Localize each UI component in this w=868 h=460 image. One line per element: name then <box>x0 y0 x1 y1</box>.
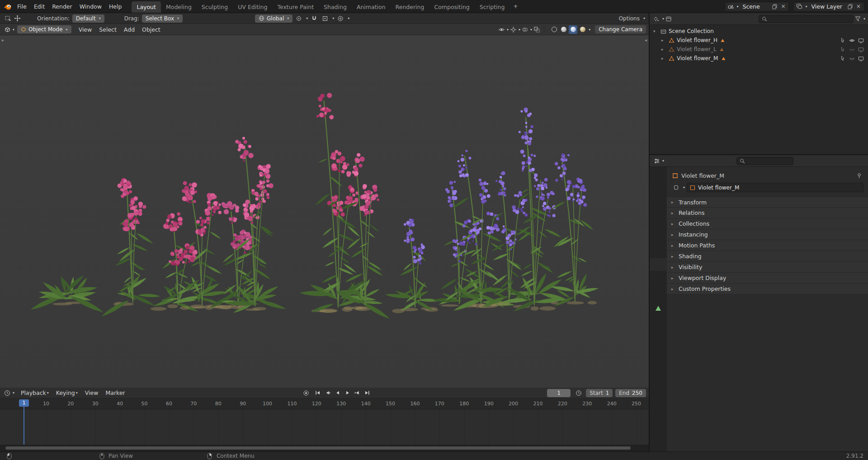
section-viewport-display[interactable]: Viewport Display <box>667 273 868 284</box>
snap-dropdown[interactable]: ▾ <box>332 16 334 20</box>
menu-help[interactable]: Help <box>105 0 126 13</box>
outliner-search-input[interactable] <box>769 16 850 22</box>
xray-toggle-icon[interactable] <box>532 25 541 34</box>
properties-tab-render[interactable] <box>650 195 667 208</box>
selectable-toggle-icon[interactable] <box>839 37 846 44</box>
menu-object[interactable]: Object <box>138 24 164 35</box>
view-layer-icon[interactable] <box>796 3 803 10</box>
orientation-dropdown[interactable]: Default▾ <box>72 14 104 23</box>
timeline-menu-keying[interactable]: Keying▾ <box>52 388 81 398</box>
remove-view-layer-button[interactable]: × <box>855 3 862 10</box>
properties-editor-dropdown[interactable]: ▾ <box>662 159 664 163</box>
add-workspace-button[interactable]: + <box>509 1 521 12</box>
properties-search-input[interactable] <box>747 158 790 164</box>
toolbar-expand-icon[interactable]: ▸ <box>2 38 4 43</box>
proportional-dropdown[interactable]: ▾ <box>348 16 349 20</box>
editor-type-dropdown[interactable]: ▾ <box>13 28 14 32</box>
object-name-label[interactable]: Violet flower_H <box>677 37 717 43</box>
object-name-label[interactable]: Violet flower_L <box>677 46 717 52</box>
workspace-tab-sculpting[interactable]: Sculpting <box>197 1 233 13</box>
shading-rendered-button[interactable] <box>578 25 587 34</box>
properties-editor-type-icon[interactable] <box>652 156 661 166</box>
previous-keyframe-button[interactable] <box>323 389 332 398</box>
start-frame-field[interactable]: Start1 <box>586 389 613 397</box>
timeline-editor-type-icon[interactable] <box>3 389 12 398</box>
outliner-row-violet-flower-h[interactable]: Violet flower_H <box>650 36 868 45</box>
mode-dropdown[interactable]: Object Mode▾ <box>17 25 71 33</box>
shading-dropdown[interactable]: ▾ <box>589 28 590 32</box>
selectable-toggle-icon[interactable] <box>839 55 846 62</box>
workspace-tab-scripting[interactable]: Scripting <box>475 1 510 13</box>
expand-icon[interactable] <box>661 56 666 61</box>
scene-name-field[interactable]: Scene <box>740 3 769 10</box>
timeline-scrollbar-thumb[interactable] <box>5 446 631 450</box>
outliner-row-violet-flower-l[interactable]: Violet flower_L <box>650 45 868 54</box>
proportional-editing-icon[interactable] <box>336 14 345 23</box>
section-motion-paths[interactable]: Motion Paths <box>667 240 868 251</box>
properties-tab-world[interactable] <box>650 246 667 258</box>
change-camera-button[interactable]: Change Camera <box>595 25 646 33</box>
menu-file[interactable]: File <box>14 0 30 13</box>
shading-solid-button[interactable] <box>559 25 568 34</box>
scene-icon[interactable] <box>727 3 734 10</box>
properties-tab-output[interactable] <box>650 208 667 220</box>
menu-view[interactable]: View <box>75 24 96 35</box>
expand-icon[interactable] <box>661 38 666 43</box>
snap-target-icon[interactable] <box>321 14 330 23</box>
timeline-menu-playback[interactable]: Playback▾ <box>17 388 52 398</box>
expand-icon[interactable] <box>661 47 666 52</box>
properties-tab-tool[interactable] <box>650 182 667 195</box>
menu-select[interactable]: Select <box>95 24 120 35</box>
outliner-editor-type-icon[interactable] <box>652 14 661 24</box>
properties-tab-object[interactable] <box>650 258 667 271</box>
view-layer-name-field[interactable]: View Layer <box>809 3 845 10</box>
filter-icon[interactable] <box>854 14 863 24</box>
timeline-scrollbar[interactable] <box>0 445 649 451</box>
workspace-tab-shading[interactable]: Shading <box>319 1 352 13</box>
filter-dropdown[interactable]: ▾ <box>863 17 865 21</box>
transform-orientation-dropdown[interactable]: Global▾ <box>255 14 292 23</box>
jump-to-start-button[interactable] <box>313 389 322 398</box>
section-custom-properties[interactable]: Custom Properties <box>667 284 868 294</box>
shading-wireframe-button[interactable] <box>550 25 558 34</box>
scene-browse-dropdown[interactable]: ▾ <box>736 5 738 9</box>
section-collections[interactable]: Collections <box>667 218 868 229</box>
play-button[interactable] <box>343 389 352 398</box>
eye-closed-icon[interactable] <box>848 55 855 62</box>
workspace-tab-modeling[interactable]: Modeling <box>161 1 197 13</box>
section-relations[interactable]: Relations <box>667 208 868 218</box>
new-scene-button[interactable] <box>771 3 778 10</box>
gizmos-icon[interactable] <box>509 25 518 34</box>
timeline-ruler[interactable]: 1020304050607080901001101201301401501601… <box>0 398 649 409</box>
eye-closed-icon[interactable] <box>848 46 855 53</box>
workspace-tab-texture-paint[interactable]: Texture Paint <box>272 1 319 13</box>
section-instancing[interactable]: Instancing <box>667 229 868 240</box>
options-dropdown[interactable]: Options▾ <box>619 15 645 22</box>
menu-window[interactable]: Window <box>76 0 105 13</box>
menu-edit[interactable]: Edit <box>30 0 48 13</box>
object-name-field[interactable]: Violet flower_M <box>687 183 863 192</box>
properties-tab-scene[interactable] <box>650 233 667 246</box>
properties-tab-object-data[interactable] <box>650 296 667 309</box>
browse-object-icon[interactable] <box>671 183 680 192</box>
pivot-dropdown[interactable]: ▾ <box>306 16 308 20</box>
timeline-tracks[interactable] <box>0 409 649 445</box>
workspace-tab-layout[interactable]: Layout <box>132 1 161 13</box>
shading-material-button[interactable] <box>569 25 577 34</box>
play-reverse-button[interactable] <box>333 389 342 398</box>
current-frame-field[interactable]: 1 <box>547 389 571 397</box>
view-layer-browse-dropdown[interactable]: ▾ <box>805 5 807 9</box>
workspace-tab-uv-editing[interactable]: UV Editing <box>233 1 272 13</box>
object-name-label[interactable]: Violet flower_M <box>677 55 718 62</box>
tweak-tool-icon[interactable] <box>13 14 22 23</box>
active-tool-icon[interactable] <box>4 14 13 23</box>
outliner-row-violet-flower-m[interactable]: Violet flower_M <box>650 54 868 63</box>
eye-open-icon[interactable] <box>848 37 855 44</box>
section-transform[interactable]: Transform <box>667 197 868 208</box>
playhead-frame-label[interactable]: 1 <box>19 399 29 407</box>
overlays-icon[interactable] <box>520 25 529 34</box>
3d-viewport[interactable]: ▸ ◂ <box>0 35 649 388</box>
workspace-tab-rendering[interactable]: Rendering <box>391 1 429 13</box>
preview-range-clock-icon[interactable] <box>574 389 583 398</box>
blender-logo-icon[interactable] <box>3 2 13 11</box>
